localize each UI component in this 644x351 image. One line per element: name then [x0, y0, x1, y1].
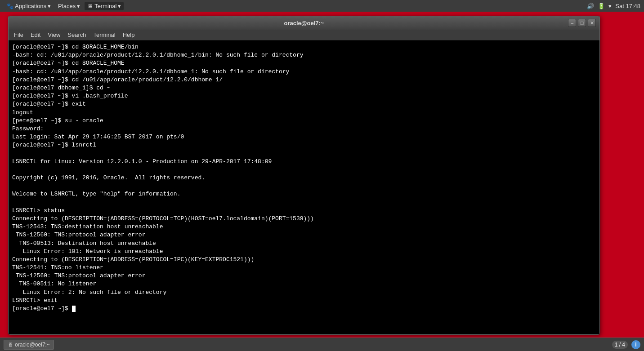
- menu-bar: File Edit View Search Terminal Help: [9, 30, 599, 40]
- system-bar: 🐾 Applications ▾ Places ▾ 🖥 Terminal ▾ 🔊…: [0, 0, 644, 12]
- terminal-window: oracle@oel7:~ – □ ✕ File Edit View Searc…: [8, 16, 600, 335]
- taskbar-terminal-label: oracle@oel7:~: [15, 342, 50, 348]
- places-label: Places: [58, 3, 76, 9]
- window-controls: – □ ✕: [568, 19, 596, 27]
- taskbar-terminal-icon: 🖥: [8, 342, 13, 348]
- taskbar-left: 🖥 oracle@oel7:~: [4, 340, 54, 350]
- battery-chevron: ▾: [608, 3, 612, 9]
- places-chevron: ▾: [77, 3, 80, 9]
- terminal-chevron: ▾: [118, 3, 121, 9]
- terminal-content[interactable]: [oracle@oel7 ~]$ cd $ORACLE_HOME/bin -ba…: [9, 40, 599, 334]
- taskbar-right: 1 / 4 i: [612, 340, 640, 349]
- menu-view[interactable]: View: [44, 31, 64, 39]
- close-button[interactable]: ✕: [588, 19, 596, 27]
- info-icon[interactable]: i: [631, 340, 640, 349]
- taskbar: 🖥 oracle@oel7:~ 1 / 4 i: [0, 338, 644, 351]
- menu-edit[interactable]: Edit: [27, 31, 44, 39]
- system-bar-right: 🔊 🔋 ▾ Sat 17:48: [587, 3, 640, 9]
- system-bar-left: 🐾 Applications ▾ Places ▾ 🖥 Terminal ▾: [4, 2, 124, 10]
- applications-icon: 🐾: [6, 3, 13, 9]
- terminal-label: Terminal: [94, 3, 116, 9]
- battery-icon[interactable]: 🔋: [598, 3, 605, 9]
- menu-help[interactable]: Help: [119, 31, 139, 39]
- terminal-cursor: [72, 306, 76, 312]
- menu-search[interactable]: Search: [64, 31, 89, 39]
- applications-label: Applications: [15, 3, 46, 9]
- menu-terminal[interactable]: Terminal: [90, 31, 119, 39]
- maximize-button[interactable]: □: [578, 19, 586, 27]
- terminal-menu[interactable]: 🖥 Terminal ▾: [85, 2, 124, 10]
- minimize-button[interactable]: –: [568, 19, 576, 27]
- menu-file[interactable]: File: [10, 31, 27, 39]
- applications-chevron: ▾: [48, 3, 51, 9]
- places-menu[interactable]: Places ▾: [55, 2, 83, 10]
- taskbar-terminal-item[interactable]: 🖥 oracle@oel7:~: [4, 340, 54, 350]
- window-title: oracle@oel7:~: [284, 20, 324, 27]
- terminal-icon: 🖥: [87, 3, 93, 9]
- clock: Sat 17:48: [615, 3, 640, 9]
- volume-icon[interactable]: 🔊: [587, 3, 594, 9]
- applications-menu[interactable]: 🐾 Applications ▾: [4, 2, 54, 10]
- title-bar: oracle@oel7:~ – □ ✕: [9, 16, 599, 30]
- page-indicator: 1 / 4: [612, 341, 628, 349]
